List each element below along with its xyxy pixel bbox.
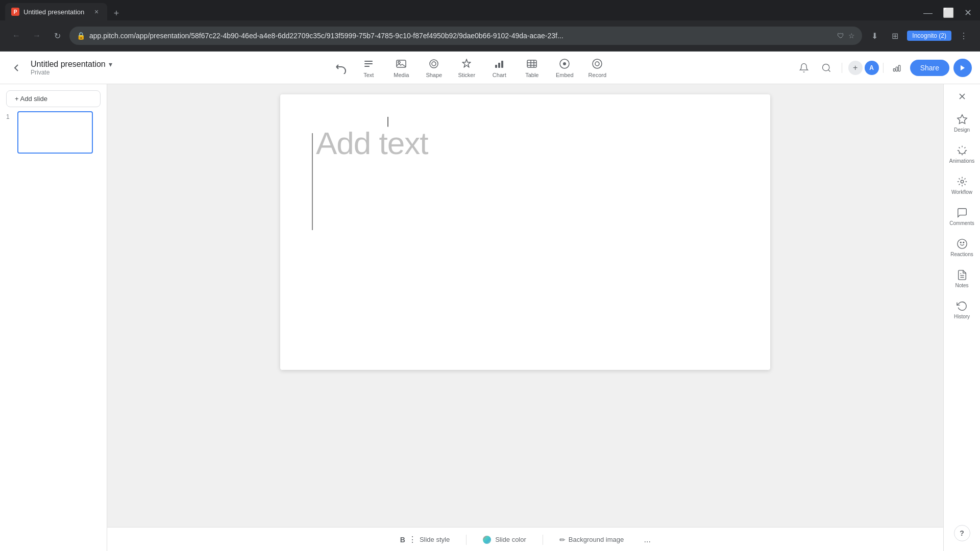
back-button[interactable]: ← [8,28,24,44]
svg-rect-7 [495,65,497,68]
svg-point-16 [563,62,566,65]
analytics-icon [892,63,902,73]
tool-shape[interactable]: Shape [419,55,449,81]
presentation-title: Untitled presentation [31,60,106,69]
tool-table[interactable]: Table [517,55,547,81]
search-button[interactable] [817,59,836,77]
new-tab-button[interactable]: + [109,6,124,20]
comments-label: Comments [949,220,974,226]
bottom-divider-1 [466,535,467,545]
right-panel-close-button[interactable] [954,88,970,105]
tab-close-button[interactable]: × [92,7,101,16]
shape-tool-label: Shape [426,72,442,78]
app: Untitled presentation ▾ Private [0,52,980,551]
tool-media[interactable]: Media [386,55,416,81]
notes-label: Notes [955,283,968,288]
play-icon [959,64,966,71]
text-icon [362,58,375,70]
lock-icon: 🔒 [77,32,85,40]
nav-bar: ← → ↻ 🔒 app.pitch.com/app/presentation/5… [0,20,980,51]
shield-icon: 🛡 [837,32,844,40]
svg-rect-1 [364,63,373,64]
title-dropdown-icon: ▾ [109,60,112,68]
presentation-title-row[interactable]: Untitled presentation ▾ [31,60,112,69]
right-panel-design[interactable]: Design [946,109,978,138]
share-button[interactable]: Share [910,60,949,76]
slide-style-label: Slide style [420,536,450,543]
toolbar-right: + A Share [795,59,972,77]
extension-button[interactable]: ⊞ [887,28,903,44]
bell-icon [799,63,809,73]
media-tool-label: Media [394,72,409,78]
history-icon [957,300,968,312]
reload-button[interactable]: ↻ [49,28,65,44]
svg-point-17 [593,59,602,68]
tool-embed[interactable]: Embed [549,55,580,81]
workflow-label: Workflow [951,189,972,195]
right-panel-history[interactable]: History [946,295,978,324]
slides-panel: + Add slide 1 [0,84,107,551]
tab-favicon: P [11,8,19,16]
user-avatar[interactable]: A [865,61,879,75]
analytics-button[interactable] [888,59,906,77]
tool-record[interactable]: Record [582,55,612,81]
svg-marker-23 [961,65,965,70]
help-button[interactable]: ? [954,525,970,541]
add-slide-button[interactable]: + Add slide [6,90,101,107]
undo-button[interactable] [333,60,349,76]
slide-1-thumbnail[interactable] [17,111,93,154]
svg-rect-10 [527,60,536,67]
cursor-indicator: | [385,116,391,126]
svg-point-27 [957,239,966,248]
slide-color-label: Slide color [495,536,526,543]
more-options-button[interactable]: ... [640,533,654,547]
right-panel-comments[interactable]: Comments [946,202,978,231]
more-button[interactable]: ⋮ [955,28,972,44]
tool-text[interactable]: Text [353,55,384,81]
pencil-icon: ✏ [559,536,566,544]
bottom-bar: B ⋮ Slide style Slide color ✏ Background… [107,527,943,551]
tab-bar: P Untitled presentation × + — ⬜ ✕ [0,0,980,20]
media-icon [395,58,407,70]
address-bar[interactable]: 🔒 app.pitch.com/app/presentation/58f67c2… [69,27,862,45]
notification-button[interactable] [795,59,813,77]
url-text: app.pitch.com/app/presentation/58f67c22-… [89,32,833,40]
slide-1-area: 1 [6,111,101,154]
sticker-icon [460,58,473,70]
shape-icon [428,58,440,70]
workflow-icon [957,176,968,187]
svg-rect-8 [498,63,500,68]
slide-canvas[interactable]: Add text | [280,94,770,370]
animations-label: Animations [949,158,974,164]
slide-color-button[interactable]: Slide color [479,534,530,546]
canvas-area[interactable]: Add text | [107,84,943,527]
color-swatch-icon [483,536,491,544]
right-panel-notes[interactable]: Notes [946,264,978,293]
toolbar-left: Untitled presentation ▾ Private [8,60,151,76]
svg-rect-0 [364,61,373,62]
add-member-button[interactable]: + [848,61,863,75]
slide-style-button[interactable]: B ⋮ Slide style [396,533,454,546]
right-panel-workflow[interactable]: Workflow [946,171,978,200]
svg-point-6 [432,62,436,66]
table-icon [526,58,538,70]
tool-sticker[interactable]: Sticker [451,55,482,81]
sidebar-toggle-button[interactable] [8,60,24,76]
play-button[interactable] [953,59,972,77]
star-icon[interactable]: ☆ [848,32,855,40]
right-panel-reactions[interactable]: Reactions [946,233,978,262]
active-tab[interactable]: P Untitled presentation × [5,3,107,20]
search-icon [821,63,831,73]
window-maximize[interactable]: ⬜ [939,5,958,20]
forward-button[interactable]: → [29,28,45,44]
window-minimize[interactable]: — [919,6,937,20]
tool-chart[interactable]: Chart [484,55,514,81]
background-image-button[interactable]: ✏ Background image [555,534,628,546]
incognito-profile[interactable]: Incognito (2) [907,31,951,41]
window-close[interactable]: ✕ [960,5,976,20]
comments-icon [957,207,968,218]
bold-icon: B [400,536,405,544]
download-button[interactable]: ⬇ [866,28,883,44]
right-panel-animations[interactable]: Animations [946,140,978,169]
text-tool-label: Text [363,72,374,78]
